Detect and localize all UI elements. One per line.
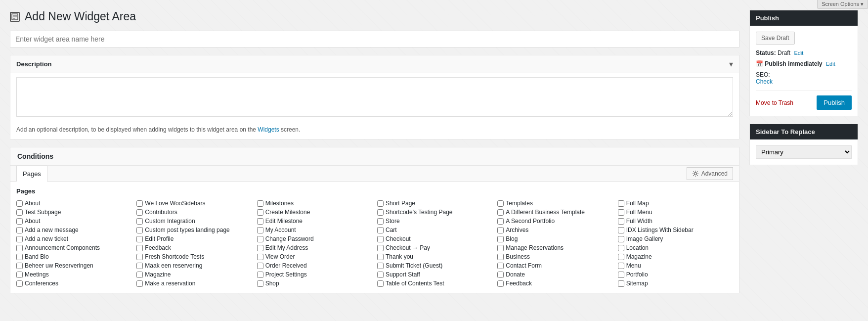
tab-pages[interactable]: Pages bbox=[16, 166, 47, 182]
publish-row: Move to Trash Publish bbox=[756, 90, 852, 110]
list-item[interactable]: Image Gallery bbox=[618, 235, 733, 242]
list-item[interactable]: Change Password bbox=[257, 235, 372, 242]
list-item[interactable]: Store bbox=[377, 218, 492, 225]
sidebar-replace-select[interactable]: PrimarySecondaryFooter bbox=[756, 145, 852, 159]
list-item[interactable]: About bbox=[16, 218, 131, 225]
list-item[interactable]: Blog bbox=[497, 235, 612, 242]
publish-time-edit-link[interactable]: Edit bbox=[826, 61, 835, 67]
list-item[interactable]: Order Received bbox=[257, 262, 372, 269]
list-item[interactable]: IDX Listings With Sidebar bbox=[618, 227, 733, 233]
list-item[interactable]: Full Width bbox=[618, 218, 733, 225]
widget-name-input[interactable] bbox=[10, 31, 739, 47]
list-item[interactable]: Edit My Address bbox=[257, 244, 372, 251]
description-header: Description ▾ bbox=[10, 55, 739, 73]
status-row: Status: Draft Edit bbox=[756, 49, 852, 56]
list-item[interactable]: Full Menu bbox=[618, 209, 733, 216]
list-item[interactable]: Project Settings bbox=[257, 271, 372, 278]
conditions-title: Conditions bbox=[17, 152, 53, 160]
list-item[interactable]: Magazine bbox=[136, 271, 252, 278]
list-item[interactable]: Announcement Components bbox=[16, 244, 131, 251]
list-item[interactable]: Archives bbox=[497, 227, 612, 233]
conditions-box: Conditions Pages Advanced Pages AboutTes… bbox=[10, 147, 739, 293]
list-item[interactable]: Milestones bbox=[257, 200, 372, 207]
list-item[interactable]: Menu bbox=[618, 262, 733, 269]
description-toggle[interactable]: ▾ bbox=[729, 59, 733, 69]
list-item[interactable]: Conferences bbox=[16, 280, 131, 287]
list-item[interactable]: Donate bbox=[497, 271, 612, 278]
pages-label: Pages bbox=[16, 187, 733, 195]
list-item[interactable]: Checkout → Pay bbox=[377, 244, 492, 251]
gear-icon bbox=[692, 170, 699, 177]
list-item[interactable]: Templates bbox=[497, 200, 612, 207]
list-item[interactable]: Test Subpage bbox=[16, 209, 131, 216]
pages-content: Pages AboutTest SubpageAboutAdd a new me… bbox=[10, 182, 739, 293]
move-to-trash-link[interactable]: Move to Trash bbox=[756, 99, 793, 106]
list-item[interactable]: Full Map bbox=[618, 200, 733, 207]
pages-checkbox-grid: AboutTest SubpageAboutAdd a new messageA… bbox=[16, 200, 733, 287]
description-title: Description bbox=[16, 60, 52, 68]
list-item[interactable]: Beheer uw Reserveringen bbox=[16, 262, 131, 269]
list-item[interactable]: Short Page bbox=[377, 200, 492, 207]
list-item[interactable]: Make a reservation bbox=[136, 280, 252, 287]
list-item[interactable]: Custom post types landing page bbox=[136, 227, 252, 233]
screen-options-button[interactable]: Screen Options ▾ bbox=[817, 0, 868, 9]
conditions-header: Conditions bbox=[10, 147, 739, 166]
page-title: Add New Widget Area bbox=[25, 10, 136, 23]
list-item[interactable]: My Account bbox=[257, 227, 372, 233]
list-item[interactable]: Band Bio bbox=[16, 253, 131, 260]
advanced-button[interactable]: Advanced bbox=[687, 167, 733, 180]
widgets-link[interactable]: Widgets bbox=[258, 126, 279, 133]
list-item[interactable]: Submit Ticket (Guest) bbox=[377, 262, 492, 269]
list-item[interactable]: Checkout bbox=[377, 235, 492, 242]
sidebar-replace-content: PrimarySecondaryFooter bbox=[750, 139, 858, 165]
publish-box-header: Publish bbox=[750, 10, 858, 26]
list-item[interactable]: Business bbox=[497, 253, 612, 260]
list-item[interactable]: A Second Portfolio bbox=[497, 218, 612, 225]
publish-time-row: 📅 Publish immediately Edit bbox=[756, 60, 852, 67]
list-item[interactable]: Contributors bbox=[136, 209, 252, 216]
list-item[interactable]: Manage Reservations bbox=[497, 244, 612, 251]
list-item[interactable]: Magazine bbox=[618, 253, 733, 260]
list-item[interactable]: Shop bbox=[257, 280, 372, 287]
sidebar-replace-header: Sidebar To Replace bbox=[750, 124, 858, 139]
list-item[interactable]: About bbox=[16, 200, 131, 207]
sidebar-replace-box: Sidebar To Replace PrimarySecondaryFoote… bbox=[749, 124, 858, 165]
list-item[interactable]: Add a new ticket bbox=[16, 235, 131, 242]
list-item[interactable]: Sitemap bbox=[618, 280, 733, 287]
description-box: Description ▾ Add an optional descriptio… bbox=[10, 55, 739, 139]
publish-box: Publish Save Draft Status: Draft Edit 📅 … bbox=[749, 10, 858, 116]
list-item[interactable]: Support Staff bbox=[377, 271, 492, 278]
save-draft-button[interactable]: Save Draft bbox=[756, 32, 795, 45]
list-item[interactable]: Feedback bbox=[497, 280, 612, 287]
list-item[interactable]: We Love WooSidebars bbox=[136, 200, 252, 207]
list-item[interactable]: Edit Milestone bbox=[257, 218, 372, 225]
list-item[interactable]: Table of Contents Test bbox=[377, 280, 492, 287]
list-item[interactable]: Feedback bbox=[136, 244, 252, 251]
list-item[interactable]: Custom Integration bbox=[136, 218, 252, 225]
list-item[interactable]: Contact Form bbox=[497, 262, 612, 269]
seo-check-link[interactable]: Check bbox=[756, 78, 852, 85]
seo-row: SEO: Check bbox=[756, 71, 852, 85]
publish-button[interactable]: Publish bbox=[817, 95, 852, 110]
description-textarea[interactable] bbox=[16, 77, 733, 117]
list-item[interactable]: Portfolio bbox=[618, 271, 733, 278]
page-title-icon bbox=[10, 12, 20, 22]
list-item[interactable]: A Different Business Template bbox=[497, 209, 612, 216]
list-item[interactable]: Thank you bbox=[377, 253, 492, 260]
list-item[interactable]: Fresh Shortcode Tests bbox=[136, 253, 252, 260]
status-edit-link[interactable]: Edit bbox=[794, 50, 803, 56]
list-item[interactable]: Location bbox=[618, 244, 733, 251]
list-item[interactable]: Maak een reservering bbox=[136, 262, 252, 269]
tabs-bar: Pages Advanced bbox=[10, 166, 739, 182]
list-item[interactable]: View Order bbox=[257, 253, 372, 260]
sidebar: Publish Save Draft Status: Draft Edit 📅 … bbox=[749, 10, 858, 293]
list-item[interactable]: Shortcode's Testing Page bbox=[377, 209, 492, 216]
list-item[interactable]: Create Milestone bbox=[257, 209, 372, 216]
svg-point-4 bbox=[694, 172, 696, 175]
publish-box-content: Save Draft Status: Draft Edit 📅 Publish … bbox=[750, 26, 858, 116]
list-item[interactable]: Meetings bbox=[16, 271, 131, 278]
list-item[interactable]: Add a new message bbox=[16, 227, 131, 233]
list-item[interactable]: Cart bbox=[377, 227, 492, 233]
description-note: Add an optional description, to be displ… bbox=[10, 122, 739, 139]
list-item[interactable]: Edit Profile bbox=[136, 235, 252, 242]
